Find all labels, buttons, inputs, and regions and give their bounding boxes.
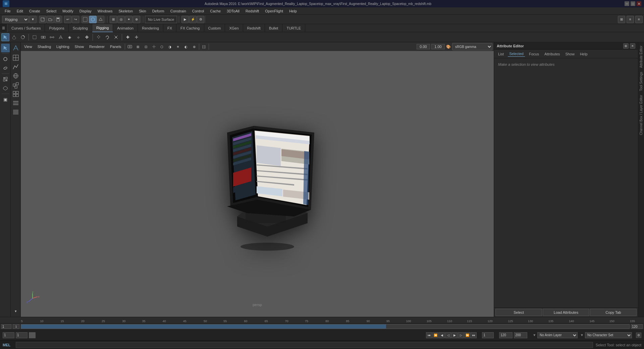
renderer-menu[interactable]: Renderer <box>87 44 107 49</box>
curve-tool[interactable]: ▣ <box>1 95 10 104</box>
anim-layer-dropdown[interactable]: No Anim Layer <box>537 332 578 338</box>
panel2-tool-2[interactable] <box>11 53 20 62</box>
gamma-input[interactable] <box>431 44 445 49</box>
step-forward-button[interactable]: ▷ <box>458 332 464 338</box>
preferences-button[interactable]: ⚙ <box>636 333 641 338</box>
tab-fx-caching[interactable]: FX Caching <box>176 24 204 32</box>
attr-tab-list[interactable]: List <box>497 51 505 57</box>
skip-to-start-button[interactable]: ⏮ <box>426 332 432 338</box>
panel2-tool-9[interactable]: ▾ <box>11 307 20 315</box>
cluster-button[interactable]: ✤ <box>83 33 91 41</box>
tab-animation[interactable]: Animation <box>113 24 138 32</box>
snap-grid-button[interactable]: ⊞ <box>110 16 117 23</box>
color-space-dropdown[interactable]: sRGB gamma <box>452 43 492 50</box>
module-toggle-button[interactable]: ☰ <box>0 24 7 32</box>
shading-button[interactable]: ◑ <box>167 43 173 50</box>
menu-skin[interactable]: Skin <box>136 8 149 14</box>
lasso-tool-button[interactable] <box>10 33 18 41</box>
ik-handle-button[interactable] <box>57 33 65 41</box>
rotate-tool-button[interactable] <box>103 33 111 41</box>
right-tool-1[interactable]: ⊞ <box>618 16 625 23</box>
frame-marker-input[interactable] <box>29 332 36 338</box>
attr-tab-attributes[interactable]: Attributes <box>543 51 561 57</box>
tab-custom[interactable]: Custom <box>204 24 225 32</box>
object-mode-button[interactable] <box>89 16 97 23</box>
panel2-tool-6[interactable] <box>11 90 20 98</box>
grid-display-tool[interactable] <box>1 75 10 84</box>
paint-tool[interactable] <box>1 55 10 63</box>
viewport[interactable]: View Shading Lighting Show Renderer Pane… <box>21 42 494 317</box>
open-scene-button[interactable] <box>47 16 54 23</box>
attr-tab-selected[interactable]: Selected <box>508 51 525 57</box>
workspace-options-button[interactable]: ▼ <box>29 16 37 23</box>
menu-display[interactable]: Display <box>77 8 94 14</box>
right-tool-3[interactable]: ≡ <box>635 16 643 23</box>
render-settings-button[interactable]: ⚙ <box>197 16 204 23</box>
menu-select[interactable]: Select <box>44 8 59 14</box>
menu-file[interactable]: File <box>2 8 13 14</box>
move-tool-button[interactable] <box>95 33 103 41</box>
menu-skeleton[interactable]: Skeleton <box>116 8 136 14</box>
tab-xgen[interactable]: XGen <box>225 24 243 32</box>
resolution-gate-button[interactable]: ⊞ <box>135 43 141 50</box>
snap-view-button[interactable]: ⊕ <box>133 16 140 23</box>
vtab-attr-editor[interactable]: Attribute Editor <box>639 44 644 70</box>
workspace-dropdown[interactable]: Rigging <box>2 16 29 23</box>
timeline-range-bar[interactable] <box>21 324 630 329</box>
tab-rigging[interactable]: Rigging <box>92 24 113 32</box>
tab-fx[interactable]: FX <box>163 24 176 32</box>
tab-redshift[interactable]: Redshift <box>243 24 265 32</box>
component-mode-button[interactable] <box>97 16 104 23</box>
lighting-menu[interactable]: Lighting <box>54 44 71 49</box>
menu-create[interactable]: Create <box>26 8 43 14</box>
cross-button[interactable]: ✛ <box>132 33 141 41</box>
attr-tab-help[interactable]: Help <box>579 51 589 57</box>
prev-key-button[interactable]: ⏪ <box>432 332 438 338</box>
timeline-ruler[interactable]: 5101520253035404550556065707580859095100… <box>0 317 644 323</box>
rivet-button[interactable]: ◈ <box>65 33 73 41</box>
select-tool-button[interactable] <box>1 33 9 41</box>
tab-sculpting[interactable]: Sculpting <box>69 24 92 32</box>
next-key-button[interactable]: ⏩ <box>464 332 470 338</box>
vtab-channel-box[interactable]: Channel Box / Layer Editor <box>639 93 644 137</box>
panels-menu[interactable]: Panels <box>108 44 123 49</box>
show-menu[interactable]: Show <box>73 44 86 49</box>
panel2-tool-8[interactable] <box>11 108 20 116</box>
start-frame-input[interactable] <box>3 332 14 338</box>
right-tool-2[interactable]: ≡ <box>627 16 634 23</box>
grid-toggle-button[interactable] <box>151 43 157 50</box>
wireframe-button[interactable]: ⬡ <box>159 43 165 50</box>
maximize-button[interactable]: □ <box>631 1 635 6</box>
skip-to-end-button[interactable]: ⏭ <box>471 332 477 338</box>
ipr-button[interactable]: ⚡ <box>189 16 197 23</box>
redo-button[interactable]: ↪ <box>72 16 79 23</box>
camera-options-button[interactable] <box>126 43 133 50</box>
paint-select-button[interactable] <box>19 33 27 41</box>
hud-button[interactable]: ⟦⟧ <box>201 43 207 50</box>
play-back-button[interactable]: ◁ <box>445 332 451 338</box>
panel2-tool-7[interactable] <box>11 99 20 107</box>
attr-tab-show[interactable]: Show <box>564 51 576 57</box>
snap-point-button[interactable]: ✦ <box>125 16 132 23</box>
exposure-input[interactable] <box>417 44 430 49</box>
menu-cache[interactable]: Cache <box>207 8 223 14</box>
menu-openflight[interactable]: OpenFlight <box>262 8 286 14</box>
render-button[interactable]: ▶ <box>181 16 189 23</box>
tab-bullet[interactable]: Bullet <box>265 24 283 32</box>
close-button[interactable]: ✕ <box>637 1 641 6</box>
panel2-tool-3[interactable] <box>11 62 20 71</box>
panel2-tool-4[interactable] <box>11 71 20 80</box>
range-start-field[interactable] <box>1 324 11 329</box>
attr-float-button[interactable]: ⊞ <box>623 43 629 49</box>
new-scene-button[interactable] <box>39 16 46 23</box>
object-group-button[interactable] <box>39 33 47 41</box>
object-display-tool[interactable] <box>1 84 10 93</box>
select-mode-button[interactable] <box>82 16 89 23</box>
plus-button[interactable]: ✚ <box>124 33 132 41</box>
marquee-select-button[interactable] <box>31 33 39 41</box>
scale-tool-button[interactable] <box>112 33 120 41</box>
lights-button[interactable]: ☀ <box>175 43 181 50</box>
panel2-tool-1[interactable] <box>11 44 20 52</box>
current-frame-input[interactable] <box>16 332 28 338</box>
menu-modify[interactable]: Modify <box>60 8 76 14</box>
